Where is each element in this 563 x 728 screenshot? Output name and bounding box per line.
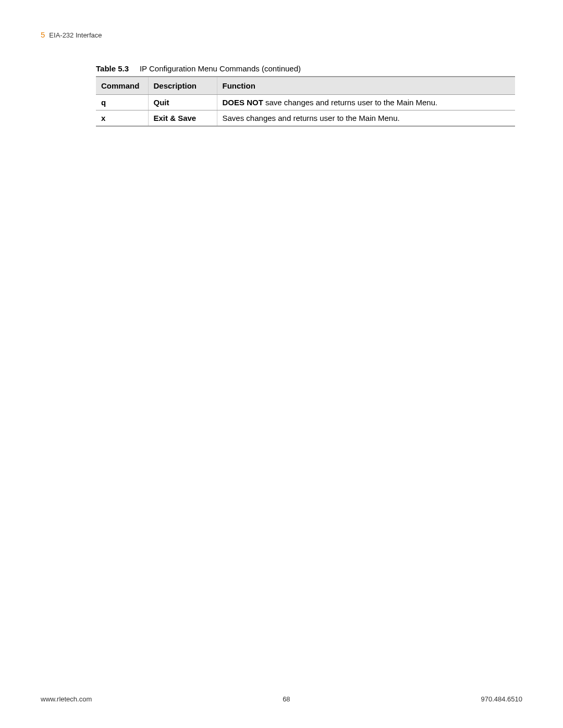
table-caption-text: IP Configuration Menu Commands (continue…: [140, 64, 301, 73]
page-container: 5 EIA-232 Interface Table 5.3 IP Configu…: [0, 0, 563, 728]
column-header-description: Description: [148, 77, 217, 95]
table-row: x Exit & Save Saves changes and returns …: [96, 110, 515, 127]
footer-url: www.rletech.com: [41, 695, 92, 703]
table-row: q Quit DOES NOT save changes and returns…: [96, 95, 515, 110]
table-header-row: Command Description Function: [96, 77, 515, 95]
cell-description: Exit & Save: [148, 110, 217, 127]
cell-description: Quit: [148, 95, 217, 110]
footer-phone: 970.484.6510: [481, 695, 522, 703]
footer-page-number: 68: [283, 695, 290, 703]
page-footer: www.rletech.com 68 970.484.6510: [41, 695, 522, 703]
table-caption-label: Table 5.3: [96, 64, 129, 73]
table-caption: Table 5.3 IP Configuration Menu Commands…: [96, 64, 522, 73]
chapter-title: EIA-232 Interface: [49, 31, 102, 39]
chapter-number: 5: [41, 30, 45, 39]
cell-function: Saves changes and returns user to the Ma…: [217, 110, 515, 127]
command-table: Command Description Function q Quit DOES…: [96, 76, 515, 127]
function-rest-part: Saves changes and returns user to the Ma…: [223, 114, 400, 122]
column-header-function: Function: [217, 77, 515, 95]
cell-function: DOES NOT save changes and returns user t…: [217, 95, 515, 110]
column-header-command: Command: [96, 77, 148, 95]
cell-command: q: [96, 95, 148, 110]
page-header: 5 EIA-232 Interface: [41, 30, 522, 39]
cell-command: x: [96, 110, 148, 127]
function-bold-part: DOES NOT: [223, 98, 263, 107]
function-rest-part: save changes and returns user to the Mai…: [263, 98, 437, 107]
